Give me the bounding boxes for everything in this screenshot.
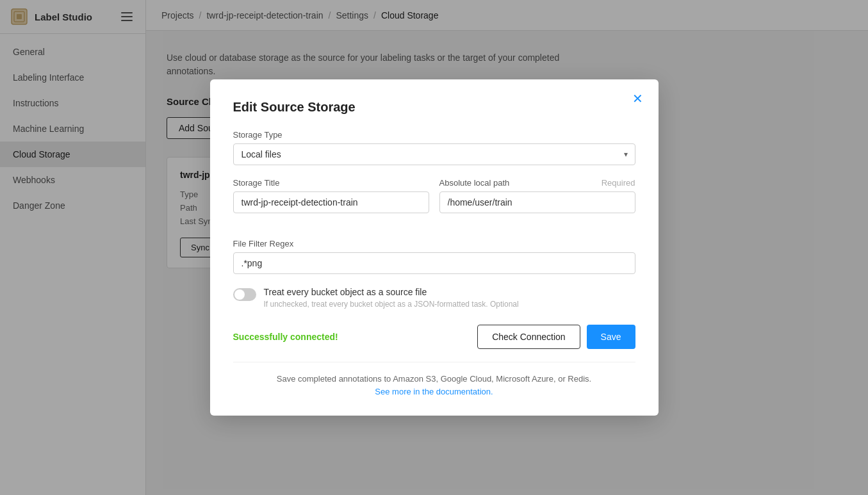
bottom-note-text: Save completed annotations to Amazon S3,… [277,374,591,384]
file-filter-group: File Filter Regex [233,239,635,274]
modal-overlay[interactable]: Edit Source Storage ✕ Storage Type Local… [146,0,868,495]
bucket-object-toggle[interactable] [233,288,256,301]
bottom-note-link[interactable]: See more in the documentation. [375,387,493,396]
storage-type-select-wrapper: Local files Amazon S3 Google Cloud Micro… [233,143,635,165]
file-filter-label: File Filter Regex [233,239,635,248]
required-indicator: Required [602,178,635,188]
storage-title-group: Storage Title [233,178,429,213]
modal-title: Edit Source Storage [233,100,635,115]
toggle-main-label: Treat every bucket object as a source fi… [264,287,519,297]
absolute-path-group: Absolute local path Required [439,178,635,213]
toggle-row: Treat every bucket object as a source fi… [233,287,635,310]
toggle-knob [234,289,245,300]
storage-title-input[interactable] [233,191,429,213]
storage-type-label: Storage Type [233,130,635,140]
edit-storage-modal: Edit Source Storage ✕ Storage Type Local… [210,79,659,416]
storage-type-select[interactable]: Local files Amazon S3 Google Cloud Micro… [233,143,635,165]
modal-bottom-note: Save completed annotations to Amazon S3,… [233,362,635,398]
main-content: Projects / twrd-jp-receipt-detection-tra… [146,0,868,495]
storage-type-group: Storage Type Local files Amazon S3 Googl… [233,130,635,165]
modal-footer: Successfully connected! Check Connection… [233,325,635,349]
modal-close-button[interactable]: ✕ [632,92,643,105]
check-connection-button[interactable]: Check Connection [477,325,580,349]
absolute-path-input[interactable] [439,191,635,213]
storage-title-label: Storage Title [233,178,429,188]
save-button[interactable]: Save [587,325,635,349]
toggle-sub-label: If unchecked, treat every bucket object … [264,299,519,310]
file-filter-input[interactable] [233,252,635,274]
toggle-label-group: Treat every bucket object as a source fi… [264,287,519,310]
success-message: Successfully connected! [233,332,338,342]
title-path-row: Storage Title Absolute local path Requir… [233,178,635,226]
absolute-path-label: Absolute local path Required [439,178,635,188]
footer-buttons: Check Connection Save [477,325,635,349]
